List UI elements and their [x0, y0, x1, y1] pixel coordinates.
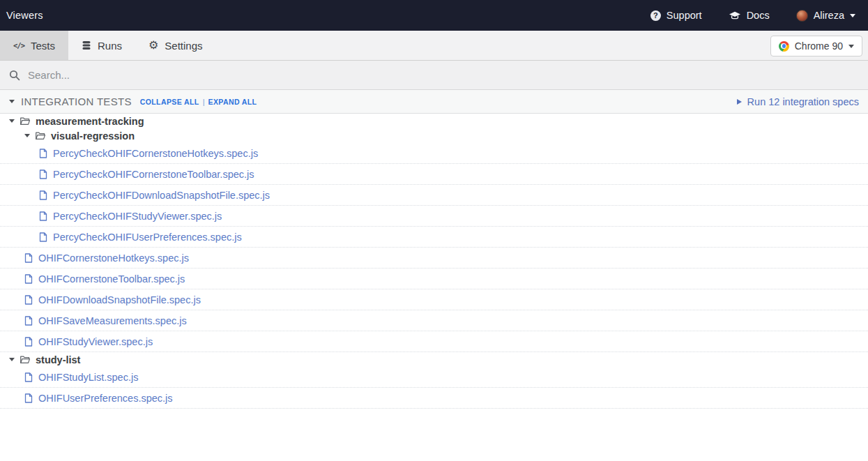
spec-row[interactable]: OHIFDownloadSnapshotFile.spec.js [0, 289, 868, 310]
spec-link[interactable]: PercyCheckOHIFCornerstoneHotkeys.spec.js [53, 148, 258, 159]
folder-open-icon [20, 116, 31, 126]
integration-tests-header: INTEGRATION TESTS COLLAPSE ALL | EXPAND … [0, 90, 868, 114]
integration-tests-title: INTEGRATION TESTS [21, 96, 132, 107]
folder-label: measurement-tracking [36, 116, 144, 127]
spec-row[interactable]: PercyCheckOHIFCornerstoneHotkeys.spec.js [0, 143, 868, 164]
support-label: Support [667, 10, 702, 21]
run-all-specs-label: Run 12 integration specs [747, 96, 859, 107]
header-links: COLLAPSE ALL | EXPAND ALL [140, 98, 257, 106]
file-icon [24, 253, 33, 263]
spec-link[interactable]: PercyCheckOHIFUserPreferences.spec.js [53, 232, 242, 243]
spec-link[interactable]: OHIFStudyViewer.spec.js [38, 336, 153, 347]
play-icon [737, 99, 742, 105]
collapse-all-link[interactable]: COLLAPSE ALL [140, 98, 199, 106]
docs-label: Docs [747, 10, 770, 21]
spec-row[interactable]: OHIFCornerstoneHotkeys.spec.js [0, 248, 868, 269]
caret-down-icon[interactable] [9, 119, 15, 123]
spec-link[interactable]: OHIFCornerstoneToolbar.spec.js [38, 273, 185, 285]
chrome-icon [779, 41, 789, 52]
file-icon [24, 393, 33, 403]
spec-link[interactable]: OHIFSaveMeasurements.spec.js [38, 315, 187, 326]
code-icon: </> [13, 41, 24, 50]
tab-runs-label: Runs [98, 40, 122, 52]
project-title: Viewers [6, 10, 43, 21]
folder-open-icon [35, 131, 46, 140]
tab-settings[interactable]: ⚙ Settings [135, 31, 216, 60]
database-icon [82, 40, 91, 50]
file-icon [39, 211, 47, 221]
file-icon [24, 316, 33, 326]
tab-tests[interactable]: </> Tests [0, 31, 68, 60]
caret-down-icon[interactable] [24, 134, 30, 137]
chevron-down-icon [848, 45, 854, 48]
top-navigation-bar: Viewers ? Support Docs Alireza [0, 0, 868, 31]
spec-link[interactable]: OHIFUserPreferences.spec.js [38, 393, 173, 404]
user-name: Alireza [814, 10, 844, 21]
spec-row[interactable]: OHIFSaveMeasurements.spec.js [0, 310, 868, 331]
caret-down-icon[interactable] [9, 358, 15, 361]
folder-label: visual-regression [51, 130, 135, 142]
user-menu[interactable]: Alireza [796, 10, 855, 22]
spec-row[interactable]: PercyCheckOHIFDownloadSnapshotFile.spec.… [0, 185, 868, 206]
tab-settings-label: Settings [165, 40, 202, 52]
spec-row[interactable]: PercyCheckOHIFUserPreferences.spec.js [0, 227, 868, 248]
graduation-cap-icon [729, 11, 741, 20]
support-link[interactable]: ? Support [650, 10, 702, 21]
file-icon [24, 372, 33, 382]
browser-selector-label: Chrome 90 [795, 40, 843, 52]
spec-row[interactable]: PercyCheckOHIFCornerstoneToolbar.spec.js [0, 164, 868, 185]
run-all-specs-button[interactable]: Run 12 integration specs [737, 96, 859, 107]
link-separator: | [203, 98, 205, 106]
spec-link[interactable]: OHIFDownloadSnapshotFile.spec.js [38, 294, 201, 305]
docs-link[interactable]: Docs [729, 10, 770, 21]
spec-tree: measurement-tracking visual-regression P… [0, 114, 868, 409]
spec-link[interactable]: OHIFStudyList.spec.js [38, 372, 138, 383]
gear-icon: ⚙ [149, 40, 158, 51]
spec-link[interactable]: PercyCheckOHIFDownloadSnapshotFile.spec.… [53, 190, 270, 201]
expand-all-link[interactable]: EXPAND ALL [208, 98, 257, 106]
file-icon [39, 169, 47, 179]
spec-row[interactable]: OHIFStudyList.spec.js [0, 367, 868, 388]
file-icon [24, 274, 33, 284]
search-icon [9, 70, 20, 81]
topbar-actions: ? Support Docs Alireza [650, 10, 855, 22]
file-icon [39, 232, 47, 242]
folder-open-icon [20, 355, 31, 364]
tree-folder-study-list[interactable]: study-list [0, 352, 868, 367]
tree-folder-measurement-tracking[interactable]: measurement-tracking [0, 114, 868, 128]
spec-link[interactable]: PercyCheckOHIFStudyViewer.spec.js [53, 211, 222, 222]
question-circle-icon: ? [650, 10, 661, 21]
browser-selector-button[interactable]: Chrome 90 [770, 36, 862, 56]
search-input[interactable] [28, 69, 655, 81]
avatar [796, 10, 808, 22]
file-icon [39, 190, 47, 200]
chevron-down-icon [850, 14, 855, 17]
spec-link[interactable]: OHIFCornerstoneHotkeys.spec.js [38, 252, 189, 264]
file-icon [39, 149, 47, 158]
tree-folder-visual-regression[interactable]: visual-regression [0, 128, 868, 143]
file-icon [24, 295, 33, 305]
folder-label: study-list [36, 354, 80, 365]
spec-row[interactable]: PercyCheckOHIFStudyViewer.spec.js [0, 206, 868, 227]
tab-bar: </> Tests Runs ⚙ Settings Chrome 90 [0, 31, 868, 61]
file-icon [24, 337, 33, 347]
tab-runs[interactable]: Runs [68, 31, 135, 60]
spec-link[interactable]: PercyCheckOHIFCornerstoneToolbar.spec.js [53, 169, 254, 180]
spec-row[interactable]: OHIFCornerstoneToolbar.spec.js [0, 269, 868, 289]
tab-tests-label: Tests [31, 40, 55, 52]
spec-row[interactable]: OHIFUserPreferences.spec.js [0, 388, 868, 409]
caret-down-icon[interactable] [9, 100, 15, 103]
spec-row[interactable]: OHIFStudyViewer.spec.js [0, 331, 868, 352]
search-bar [0, 61, 868, 90]
